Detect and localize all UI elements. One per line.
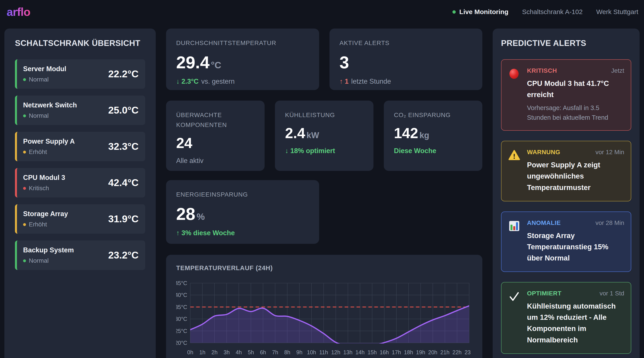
svg-text:45°C: 45°C (176, 280, 187, 286)
alert-message: Power Supply A zeigt ungewöhnliches Temp… (527, 159, 624, 193)
stat-unit: kW (306, 131, 319, 140)
alert-label: KRITISCH (527, 67, 557, 74)
live-monitoring-status: Live Monitoring (452, 8, 508, 15)
stat-unit: kg (420, 131, 429, 140)
header-nav: Live Monitoring Schaltschrank A-102 Werk… (452, 8, 638, 15)
warning-triangle-icon (508, 149, 520, 193)
svg-text:7h: 7h (272, 349, 278, 355)
status-dot-icon (23, 114, 26, 117)
component-item[interactable]: Netzwerk Switch Normal 25.0°C (15, 96, 145, 125)
stat-card-energy-savings: ENERGIEEINSPARUNG 28% ↑ 3% diese Woche (166, 180, 319, 244)
alert-time: vor 12 Min (596, 149, 624, 156)
stat-label: ÜBERWACHTE KOMPONENTEN (176, 110, 254, 130)
stat-delta: ↑ 1 (340, 78, 348, 85)
stat-card-avg-temperature: DURCHSCHNITTSTEMPERATUR 29.4°C ↓ 2.3°Cvs… (166, 28, 319, 90)
alert-label: ANOMALIE (527, 219, 561, 226)
component-name: Storage Array (23, 210, 68, 218)
svg-text:10h: 10h (307, 349, 316, 355)
live-status-dot (452, 10, 456, 14)
stat-note: letzte Stunde (351, 78, 391, 85)
component-item[interactable]: Backup System Normal 23.2°C (15, 240, 145, 270)
app-logo: arflo (6, 5, 30, 18)
component-item[interactable]: Power Supply A Erhöht 32.3°C (15, 132, 145, 161)
alert-label: OPTIMIERT (527, 290, 562, 297)
predictive-alerts-title: PREDICTIVE ALERTS (501, 39, 631, 48)
alert-message: Kühlleistung automatisch um 12% reduzier… (527, 301, 624, 346)
alert-detail: Vorhersage: Ausfall in 3.5 Stunden bei a… (527, 103, 624, 122)
component-item[interactable]: CPU Modul 3 Kritisch 42.4°C (15, 168, 145, 197)
svg-text:25°C: 25°C (176, 328, 187, 334)
svg-text:2h: 2h (211, 349, 218, 355)
stat-note: Alle aktiv (176, 157, 204, 165)
svg-text:21h: 21h (440, 349, 450, 355)
component-name: CPU Modul 3 (23, 174, 65, 182)
component-temp: 32.3°C (108, 141, 138, 152)
component-temp: 25.0°C (108, 105, 138, 116)
alert-message: Storage Array Temperaturanstieg 15% über… (527, 230, 624, 264)
status-dot-icon (23, 187, 26, 190)
svg-text:8h: 8h (284, 349, 290, 355)
svg-text:18h: 18h (404, 349, 413, 355)
stat-label: KÜHLLEISTUNG (285, 110, 363, 120)
component-temp: 22.2°C (108, 68, 138, 80)
component-name: Netzwerk Switch (23, 101, 77, 109)
stat-card-monitored-components: ÜBERWACHTE KOMPONENTEN 24 Alle aktiv (166, 101, 264, 171)
component-status: Kritisch (23, 185, 65, 192)
alert-message: CPU Modul 3 hat 41.7°C erreicht (527, 78, 624, 100)
svg-text:20h: 20h (428, 349, 438, 355)
component-temp: 31.9°C (108, 213, 138, 225)
svg-text:22h: 22h (452, 349, 462, 355)
alert-card-optimized[interactable]: OPTIMIERTvor 1 Std Kühlleistung automati… (501, 282, 631, 354)
component-item[interactable]: Storage Array Erhöht 31.9°C (15, 204, 145, 234)
svg-text:0h: 0h (187, 349, 193, 355)
top-bar: arflo Live Monitoring Schaltschrank A-10… (0, 0, 644, 20)
component-list: Server Modul Normal 22.2°C Netzwerk Swit… (15, 59, 145, 270)
status-dot-icon (23, 259, 26, 262)
component-temp: 42.4°C (108, 177, 138, 188)
svg-text:12h: 12h (331, 349, 340, 355)
stat-value: 29.4 (176, 54, 210, 71)
red-circle-icon (508, 67, 520, 122)
cabinet-selector[interactable]: Schaltschrank A-102 (522, 8, 583, 15)
plant-selector[interactable]: Werk Stuttgart (596, 8, 638, 15)
stat-value: 3 (340, 54, 349, 71)
stat-card-cooling-power: KÜHLLEISTUNG 2.4kW ↓ 18% optimiert (275, 101, 374, 171)
status-dot-icon (23, 151, 26, 154)
svg-text:40°C: 40°C (176, 292, 187, 298)
stat-label: ENERGIEEINSPARUNG (176, 190, 309, 200)
svg-text:11h: 11h (319, 349, 328, 355)
component-status: Normal (23, 112, 77, 119)
component-temp: 23.2°C (108, 249, 138, 261)
alert-card-anomaly[interactable]: ANOMALIEvor 28 Min Storage Array Tempera… (501, 211, 631, 272)
svg-text:5h: 5h (248, 349, 254, 355)
predictive-alerts-panel: PREDICTIVE ALERTS KRITISCHJetzt CPU Modu… (493, 28, 640, 358)
live-monitoring-label: Live Monitoring (459, 8, 508, 15)
temperature-chart: 20°C25°C30°C35°C40°C45°C0h1h2h3h4h5h6h7h… (176, 280, 472, 358)
svg-text:35°C: 35°C (176, 304, 187, 310)
alert-card-critical[interactable]: KRITISCHJetzt CPU Modul 3 hat 41.7°C err… (501, 59, 631, 131)
stat-delta: ↓ 2.3°C (176, 78, 198, 85)
svg-text:6h: 6h (260, 349, 266, 355)
stat-unit: % (197, 211, 205, 222)
chart-title: TEMPERATURVERLAUF (24H) (176, 264, 472, 272)
cabinet-overview-title: SCHALTSCHRANK ÜBERSICHT (15, 39, 145, 48)
stat-note: vs. gestern (201, 78, 235, 85)
component-status: Normal (23, 257, 74, 264)
component-item[interactable]: Server Modul Normal 22.2°C (15, 59, 145, 89)
alert-card-warning[interactable]: WARNUNGvor 12 Min Power Supply A zeigt u… (501, 141, 631, 201)
temperature-chart-card: TEMPERATURVERLAUF (24H) 20°C25°C30°C35°C… (166, 255, 482, 358)
stat-card-co2-savings: CO₂ EINSPARUNG 142kg Diese Woche (384, 101, 482, 171)
stat-label: AKTIVE ALERTS (340, 38, 472, 48)
component-status: Erhöht (23, 221, 68, 228)
stats-column: DURCHSCHNITTSTEMPERATUR 29.4°C ↓ 2.3°Cvs… (166, 28, 482, 358)
stat-delta: ↓ 18% optimiert (285, 147, 335, 155)
stat-label: DURCHSCHNITTSTEMPERATUR (176, 38, 309, 48)
stat-value: 2.4 (285, 126, 305, 140)
stat-delta: ↑ 3% diese Woche (176, 229, 235, 237)
component-name: Backup System (23, 246, 74, 254)
component-name: Power Supply A (23, 138, 75, 145)
svg-text:14h: 14h (356, 349, 365, 355)
component-name: Server Modul (23, 65, 66, 73)
svg-text:4h: 4h (236, 349, 242, 355)
svg-text:16h: 16h (380, 349, 389, 355)
